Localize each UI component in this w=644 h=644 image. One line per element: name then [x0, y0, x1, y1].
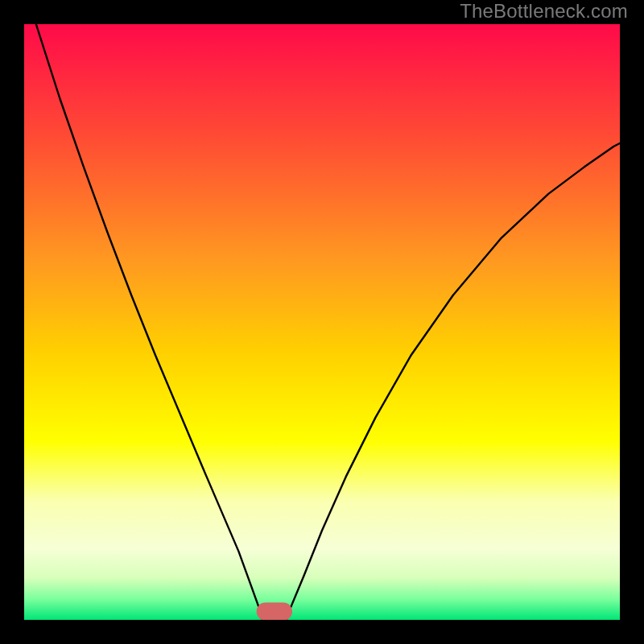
bottleneck-chart	[24, 24, 620, 620]
watermark-text: TheBottleneck.com	[460, 0, 628, 23]
bottleneck-marker	[257, 603, 292, 620]
chart-frame: TheBottleneck.com	[0, 0, 644, 644]
